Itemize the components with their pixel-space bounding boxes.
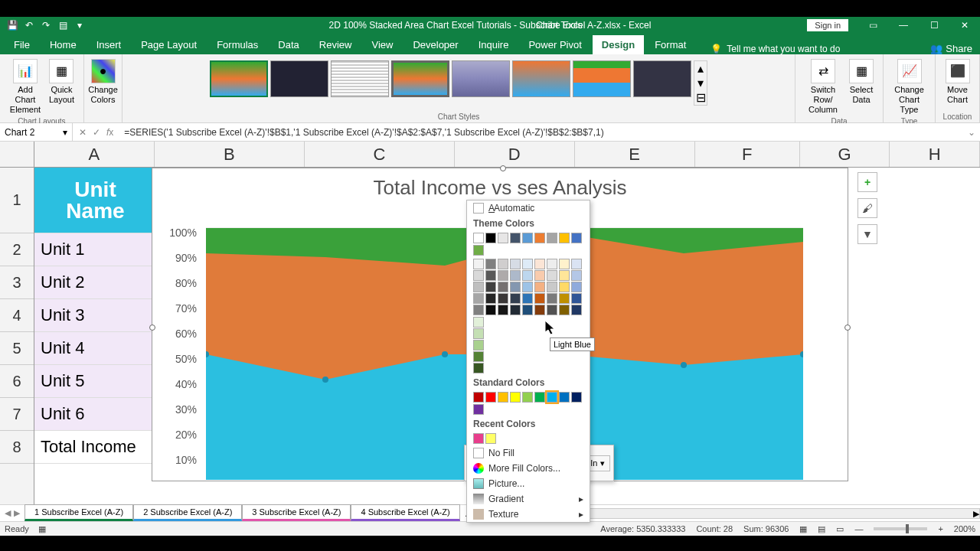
cell-A6[interactable]: Unit 5 — [34, 365, 157, 398]
change-colors-button[interactable]: ●Change Colors — [85, 57, 121, 106]
select-all[interactable] — [0, 142, 34, 168]
add-chart-element-button[interactable]: 📊Add Chart Element — [6, 57, 44, 117]
zoom-level[interactable]: 200% — [954, 524, 975, 533]
tell-me-search[interactable]: 💡Tell me what you want to do — [710, 44, 840, 54]
cell-A8[interactable]: Total Income — [34, 431, 157, 464]
styles-scroll-up[interactable]: ▴ — [694, 61, 707, 76]
fill-color-picker[interactable]: AAutomatic Theme Colors Standard Colors … — [466, 200, 590, 523]
chart-style-4[interactable] — [391, 60, 449, 97]
row-5[interactable]: 5 — [0, 332, 34, 365]
tab-design[interactable]: Design — [593, 35, 644, 54]
tab-file[interactable]: File — [5, 35, 39, 54]
row-2[interactable]: 2 — [0, 233, 34, 266]
chart-styles-gallery[interactable]: ▴ ▾ ⊟ — [210, 57, 707, 106]
color-swatch[interactable] — [473, 233, 484, 243]
minimize-icon[interactable]: — — [888, 17, 919, 33]
texture-option[interactable]: Texture▸ — [467, 507, 590, 522]
sheet-tab-1[interactable]: 1 Subscribe Excel (A-Z) — [24, 504, 133, 521]
move-chart-button[interactable]: ⬛Move Chart — [942, 57, 973, 106]
recent-color[interactable] — [473, 433, 484, 444]
switch-row-column-button[interactable]: ⇄Switch Row/ Column — [802, 57, 844, 117]
color-light-green[interactable] — [522, 392, 533, 403]
row-8[interactable]: 8 — [0, 431, 34, 464]
tab-power-pivot[interactable]: Power Pivot — [519, 35, 590, 54]
qat-dropdown-icon[interactable]: ▾ — [74, 19, 86, 31]
formula-input[interactable]: =SERIES('1 Subscribe Excel (A-Z)'!$B$1,'… — [119, 127, 963, 138]
save-icon[interactable]: 💾 — [6, 19, 18, 31]
chart-style-1[interactable] — [210, 60, 268, 97]
close-icon[interactable]: ✕ — [949, 17, 980, 33]
col-G[interactable]: G — [800, 142, 890, 167]
enter-formula-icon[interactable]: ✓ — [93, 127, 100, 138]
tab-format[interactable]: Format — [645, 35, 695, 54]
color-swatch[interactable] — [498, 233, 508, 243]
color-yellow[interactable] — [510, 392, 521, 403]
col-H[interactable]: H — [890, 142, 980, 167]
tab-review[interactable]: Review — [310, 35, 361, 54]
col-E[interactable]: E — [575, 142, 695, 167]
color-dark-red[interactable] — [473, 392, 484, 403]
view-page-icon[interactable]: ▤ — [818, 524, 825, 534]
ribbon-options-icon[interactable]: ▭ — [858, 17, 888, 33]
col-B[interactable]: B — [155, 142, 305, 167]
color-dark-blue[interactable] — [571, 392, 582, 403]
undo-icon[interactable]: ↶ — [23, 19, 35, 31]
chart-style-5[interactable] — [452, 60, 510, 97]
row-6[interactable]: 6 — [0, 365, 34, 398]
tab-home[interactable]: Home — [41, 35, 86, 54]
chart-filters-button[interactable]: ▼ — [858, 224, 877, 244]
gradient-option[interactable]: Gradient▸ — [467, 491, 590, 507]
tab-view[interactable]: View — [362, 35, 402, 54]
color-purple[interactable] — [473, 404, 484, 415]
chart-style-7[interactable] — [573, 60, 631, 97]
styles-scroll-down[interactable]: ▾ — [694, 76, 707, 90]
fx-icon[interactable]: fx — [106, 127, 113, 138]
color-swatch[interactable] — [534, 233, 545, 243]
col-C[interactable]: C — [305, 142, 455, 167]
tab-developer[interactable]: Developer — [403, 35, 467, 54]
color-blue[interactable] — [559, 392, 570, 403]
zoom-slider[interactable] — [874, 527, 927, 530]
recent-color[interactable] — [485, 433, 496, 444]
chart-title[interactable]: Total Income vs ses Analysis — [152, 168, 848, 203]
chart-style-3[interactable] — [331, 60, 389, 97]
row-4[interactable]: 4 — [0, 299, 34, 332]
quick-layout-button[interactable]: ▦Quick Layout — [46, 57, 77, 106]
tab-data[interactable]: Data — [269, 35, 308, 54]
chart-styles-button[interactable]: 🖌 — [858, 198, 877, 218]
color-green[interactable] — [534, 392, 545, 403]
cell-A4[interactable]: Unit 3 — [34, 299, 157, 332]
more-fill-colors-option[interactable]: More Fill Colors... — [467, 461, 590, 476]
row-7[interactable]: 7 — [0, 398, 34, 431]
tab-prev[interactable]: ◀ — [5, 508, 11, 518]
expand-formula-bar[interactable]: ⌄ — [963, 127, 980, 138]
sheet-tab-2[interactable]: 2 Subscribe Excel (A-Z) — [133, 504, 242, 521]
chart-elements-button[interactable]: + — [858, 172, 877, 192]
tab-next[interactable]: ▶ — [14, 508, 20, 518]
redo-icon[interactable]: ↷ — [40, 19, 52, 31]
sheet-tab-4[interactable]: 4 Subscribe Excel (A-Z) — [351, 504, 459, 521]
chart-style-6[interactable] — [512, 60, 570, 97]
color-orange[interactable] — [498, 392, 508, 403]
col-F[interactable]: F — [695, 142, 800, 167]
change-chart-type-button[interactable]: 📈Change Chart Type — [890, 57, 929, 117]
styles-more[interactable]: ⊟ — [694, 90, 707, 105]
color-light-blue[interactable] — [547, 392, 557, 403]
color-swatch[interactable] — [485, 233, 496, 243]
tab-formulas[interactable]: Formulas — [207, 35, 267, 54]
sign-in-button[interactable]: Sign in — [807, 19, 848, 31]
maximize-icon[interactable]: ☐ — [919, 17, 949, 33]
chart-style-2[interactable] — [270, 60, 328, 97]
cell-A7[interactable]: Unit 6 — [34, 398, 157, 431]
name-box[interactable]: Chart 2▾ — [0, 123, 73, 141]
color-swatch[interactable] — [473, 245, 484, 256]
view-normal-icon[interactable]: ▦ — [799, 524, 807, 534]
automatic-option[interactable]: AAutomatic — [467, 201, 590, 216]
color-swatch[interactable] — [522, 233, 533, 243]
view-break-icon[interactable]: ▭ — [836, 524, 844, 534]
chart-style-8[interactable] — [633, 60, 691, 97]
row-3[interactable]: 3 — [0, 266, 34, 299]
color-red[interactable] — [485, 392, 496, 403]
qat-icon[interactable]: ▤ — [57, 19, 69, 31]
cell-A5[interactable]: Unit 4 — [34, 332, 157, 365]
